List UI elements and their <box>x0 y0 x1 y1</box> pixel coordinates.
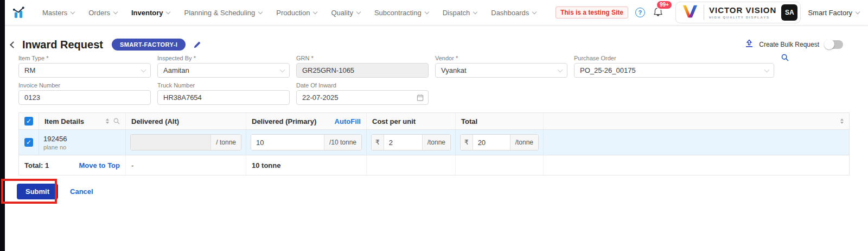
nav-item-planning-scheduling[interactable]: Planning & Scheduling <box>177 9 269 17</box>
field-truck-number: Truck Number <box>157 82 290 105</box>
chevron-down-icon <box>113 9 118 14</box>
brand-divider <box>704 5 704 20</box>
nav-item-subcontracting[interactable]: Subcontracting <box>367 9 436 17</box>
nav-item-label: Planning & Scheduling <box>184 9 255 17</box>
sort-icon[interactable] <box>106 118 109 124</box>
submit-button[interactable]: Submit <box>17 184 58 199</box>
autofill-button[interactable]: AutoFill <box>335 117 361 126</box>
date-of-inward-value[interactable] <box>297 93 428 102</box>
invoice-number-input[interactable] <box>18 90 151 105</box>
factory-badge: SMART-FACTORY-I <box>112 39 186 51</box>
nav-item-production[interactable]: Production <box>269 9 324 17</box>
cost-input[interactable] <box>384 135 422 150</box>
vendor-select[interactable] <box>435 63 567 78</box>
items-table: ✓ Item Details Delivered (Alt) Delivered… <box>18 112 850 175</box>
nav-item-label: Dispatch <box>443 9 470 17</box>
truck-number-value[interactable] <box>158 93 289 102</box>
footer-alt-total: - <box>125 155 246 175</box>
chevron-down-icon <box>473 9 477 14</box>
app-logo-icon[interactable] <box>12 6 25 20</box>
app-screen: Masters Orders Inventory Planning & Sche… <box>0 0 868 251</box>
delivered-primary-input[interactable] <box>251 135 324 150</box>
sort-icon[interactable] <box>840 118 844 124</box>
cost-group: ₹ /tonne <box>371 134 451 150</box>
top-navigation-bar: Masters Orders Inventory Planning & Sche… <box>0 0 868 26</box>
calendar-icon[interactable] <box>417 94 424 101</box>
toggle-knob <box>824 39 834 49</box>
nav-item-masters[interactable]: Masters <box>35 9 81 17</box>
item-subtitle: plane no <box>43 144 67 150</box>
delivered-alt-input <box>131 135 210 150</box>
inspected-by-label: Inspected By * <box>157 55 290 61</box>
move-to-top-button[interactable]: Move to Top <box>79 161 120 170</box>
nav-item-label: Production <box>276 9 310 17</box>
nav-item-dispatch[interactable]: Dispatch <box>436 9 484 17</box>
delivered-alt-cell: / tonne <box>125 130 246 155</box>
truck-number-input[interactable] <box>157 90 290 105</box>
cost-per-unit-cell: ₹ /tonne <box>366 130 455 155</box>
chevron-down-icon <box>71 9 75 14</box>
column-item-details: Item Details <box>39 113 125 129</box>
column-search-icon[interactable] <box>113 118 120 124</box>
inspected-by-value[interactable] <box>158 66 289 74</box>
delivered-primary-unit: /10 tonne <box>324 135 361 150</box>
nav-item-quality[interactable]: Quality <box>324 9 367 17</box>
edit-pencil-icon[interactable] <box>193 41 201 49</box>
total-unit: /tonne <box>510 135 538 150</box>
item-type-value[interactable] <box>19 66 150 74</box>
date-of-inward-input[interactable] <box>296 90 429 105</box>
column-total: Total <box>455 113 543 129</box>
nav-item-dashboards[interactable]: Dashboards <box>484 9 543 17</box>
total-group: ₹ /tonne <box>460 134 539 150</box>
column-delivered-alt: Delivered (Alt) <box>125 113 246 129</box>
footer-total-cell: Total: 1 Move to Top <box>19 155 125 175</box>
testing-site-badge: This is a testing Site <box>556 7 628 18</box>
brand-name: VICTOR VISION <box>709 6 776 14</box>
notification-bell-wrap[interactable]: 99+ <box>653 7 663 19</box>
inspected-by-select[interactable] <box>157 63 290 78</box>
field-vendor: Vendor * <box>435 55 567 78</box>
footer-cost-cell <box>366 155 455 175</box>
page-header: Inward Request SMART-FACTORY-I Create Bu… <box>0 36 868 53</box>
vendor-label: Vendor * <box>435 55 567 61</box>
chevron-down-icon <box>424 9 429 14</box>
row-checkbox[interactable]: ✓ <box>24 138 33 147</box>
vendor-value[interactable] <box>436 66 567 74</box>
invoice-number-value[interactable] <box>19 93 150 102</box>
form-actions: Submit Cancel <box>0 184 868 199</box>
footer-total-count: Total: 1 <box>24 161 49 170</box>
nav-item-label: Inventory <box>131 9 163 17</box>
purchase-order-select[interactable] <box>574 63 774 78</box>
page-title: Inward Request <box>22 39 103 51</box>
cancel-button[interactable]: Cancel <box>70 187 93 196</box>
row-checkbox-cell: ✓ <box>19 130 39 155</box>
date-of-inward-label: Date Of Inward <box>296 82 429 89</box>
nav-item-orders[interactable]: Orders <box>81 9 124 17</box>
cost-unit: /tonne <box>422 135 450 150</box>
chevron-down-icon <box>356 9 361 14</box>
back-chevron-icon[interactable] <box>10 41 17 48</box>
item-type-select[interactable] <box>18 63 151 78</box>
currency-prefix: ₹ <box>372 135 384 150</box>
select-all-checkbox[interactable]: ✓ <box>24 117 33 126</box>
search-icon[interactable] <box>781 54 789 64</box>
upload-icon[interactable] <box>745 39 754 50</box>
brand-v-logo <box>681 3 699 22</box>
account-dropdown[interactable]: Smart Factory <box>808 9 859 17</box>
create-bulk-request-label: Create Bulk Request <box>759 41 819 48</box>
total-input[interactable] <box>473 135 510 150</box>
nav-item-inventory[interactable]: Inventory <box>124 9 177 17</box>
nav-item-label: Subcontracting <box>374 9 422 17</box>
bulk-request-cluster: Create Bulk Request <box>745 39 843 50</box>
row-empty-cell <box>543 130 849 155</box>
nav-item-label: Quality <box>331 9 353 17</box>
bulk-request-toggle[interactable] <box>825 40 843 49</box>
avatar[interactable]: SA <box>781 4 797 21</box>
grn-label: GRN * <box>296 55 429 61</box>
field-item-type: Item Type * <box>18 55 151 78</box>
column-label: Delivered (Alt) <box>131 117 179 126</box>
help-icon[interactable]: ? <box>635 8 645 17</box>
chevron-down-icon <box>856 9 860 14</box>
purchase-order-value[interactable] <box>575 66 774 74</box>
footer-primary-total: 10 tonne <box>246 155 366 175</box>
